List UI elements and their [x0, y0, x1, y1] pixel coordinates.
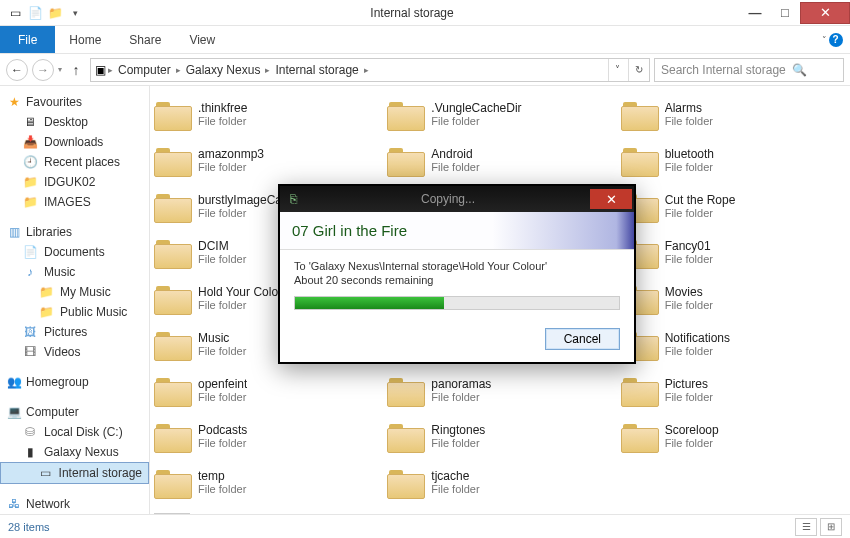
- crumb-internal[interactable]: Internal storage: [272, 63, 361, 77]
- ribbon-help[interactable]: ˅ ?: [814, 26, 850, 53]
- minimize-button[interactable]: —: [740, 2, 770, 24]
- refresh-button[interactable]: ↻: [628, 59, 649, 81]
- sidebar-item-internal[interactable]: ▭Internal storage: [0, 462, 149, 484]
- folder-item[interactable]: ScoreloopFile folder: [621, 416, 846, 456]
- folder-name: .thinkfree: [198, 101, 247, 115]
- sidebar-computer[interactable]: 💻Computer: [0, 402, 149, 422]
- tab-view[interactable]: View: [175, 26, 229, 53]
- sidebar-item-mymusic[interactable]: 📁My Music: [0, 282, 149, 302]
- folder-item[interactable]: NotificationsFile folder: [621, 324, 846, 364]
- sidebar-favourites[interactable]: ★Favourites: [0, 92, 149, 112]
- view-icons-button[interactable]: ⊞: [820, 518, 842, 536]
- crumb-computer[interactable]: Computer: [115, 63, 174, 77]
- file-icon: [154, 513, 190, 514]
- folder-subtype: File folder: [665, 161, 714, 173]
- nav-history-dropdown[interactable]: ▾: [58, 65, 62, 74]
- folder-item[interactable]: .thinkfreeFile folder: [154, 94, 379, 134]
- folder-name: Notifications: [665, 331, 730, 345]
- qat-properties-icon[interactable]: ▭: [6, 4, 24, 22]
- folder-name: Ringtones: [431, 423, 485, 437]
- tab-share[interactable]: Share: [115, 26, 175, 53]
- folder-item[interactable]: RingtonesFile folder: [387, 416, 612, 456]
- dialog-close-button[interactable]: ✕: [590, 189, 632, 209]
- folder-subtype: File folder: [431, 391, 491, 403]
- search-input[interactable]: Search Internal storage 🔍: [654, 58, 844, 82]
- computer-icon: 💻: [6, 404, 22, 420]
- folder-subtype: File folder: [198, 253, 246, 265]
- crumb-galaxy[interactable]: Galaxy Nexus: [183, 63, 264, 77]
- desktop-icon: 🖥: [22, 114, 38, 130]
- sidebar-network[interactable]: 🖧Network: [0, 494, 149, 514]
- folder-item[interactable]: bluetoothFile folder: [621, 140, 846, 180]
- folder-icon: [154, 99, 190, 129]
- maximize-button[interactable]: □: [770, 2, 800, 24]
- nav-back-button[interactable]: ←: [6, 59, 28, 81]
- sidebar-item-images[interactable]: 📁IMAGES: [0, 192, 149, 212]
- sidebar-item-desktop[interactable]: 🖥Desktop: [0, 112, 149, 132]
- folder-item[interactable]: amazonmp3File folder: [154, 140, 379, 180]
- folder-item[interactable]: panoramasFile folder: [387, 370, 612, 410]
- folder-item[interactable]: AlarmsFile folder: [621, 94, 846, 134]
- folder-item[interactable]: PicturesFile folder: [621, 370, 846, 410]
- view-details-button[interactable]: ☰: [795, 518, 817, 536]
- folder-name: openfeint: [198, 377, 247, 391]
- folder-item[interactable]: AndroidFile folder: [387, 140, 612, 180]
- folder-subtype: File folder: [198, 483, 246, 495]
- qat-newfolder-icon[interactable]: 📄: [26, 4, 44, 22]
- sidebar-item-documents[interactable]: 📄Documents: [0, 242, 149, 262]
- folder-subtype: File folder: [431, 115, 521, 127]
- folder-item[interactable]: openfeintFile folder: [154, 370, 379, 410]
- qat-dropdown-icon[interactable]: ▾: [66, 4, 84, 22]
- folder-item[interactable]: Cut the RopeFile folder: [621, 186, 846, 226]
- breadcrumb-dropdown[interactable]: ˅: [608, 59, 626, 81]
- folder-icon: [154, 329, 190, 359]
- help-icon[interactable]: ?: [829, 33, 843, 47]
- folder-name: bluetooth: [665, 147, 714, 161]
- nav-forward-button[interactable]: →: [32, 59, 54, 81]
- sidebar-item-recent[interactable]: 🕘Recent places: [0, 152, 149, 172]
- sidebar-libraries[interactable]: ▥Libraries: [0, 222, 149, 242]
- videos-icon: 🎞: [22, 344, 38, 360]
- dialog-titlebar[interactable]: ⎘ Copying... ✕: [280, 186, 634, 212]
- tab-home[interactable]: Home: [55, 26, 115, 53]
- folder-name: Fancy01: [665, 239, 713, 253]
- folder-subtype: File folder: [665, 437, 719, 449]
- folder-item[interactable]: .VungleCacheDirFile folder: [387, 94, 612, 134]
- statusbar: 28 items ☰ ⊞: [0, 514, 850, 538]
- sidebar-homegroup[interactable]: 👥Homegroup: [0, 372, 149, 392]
- copy-icon: ⎘: [280, 192, 306, 206]
- dialog-body: To 'Galaxy Nexus\Internal storage\Hold Y…: [280, 250, 634, 322]
- folder-name: Cut the Rope: [665, 193, 736, 207]
- navbar: ← → ▾ ↑ ▣ ▸ Computer ▸ Galaxy Nexus ▸ In…: [0, 54, 850, 86]
- tab-file[interactable]: File: [0, 26, 55, 53]
- folder-item[interactable]: PodcastsFile folder: [154, 416, 379, 456]
- folder-item[interactable]: tjcacheFile folder: [387, 462, 612, 502]
- breadcrumb[interactable]: ▣ ▸ Computer ▸ Galaxy Nexus ▸ Internal s…: [90, 58, 650, 82]
- folder-item[interactable]: Fancy01File folder: [621, 232, 846, 272]
- folder-icon: [621, 421, 657, 451]
- cancel-button[interactable]: Cancel: [545, 328, 620, 350]
- folder-name: Android: [431, 147, 479, 161]
- folder-item[interactable]: MoviesFile folder: [621, 278, 846, 318]
- dialog-title: Copying...: [306, 192, 590, 206]
- sidebar-item-downloads[interactable]: 📥Downloads: [0, 132, 149, 152]
- sidebar-item-pictures[interactable]: 🖼Pictures: [0, 322, 149, 342]
- sidebar-item-galaxy[interactable]: ▮Galaxy Nexus: [0, 442, 149, 462]
- file-item[interactable]: BUGSENSE File33 bytes: [154, 508, 379, 514]
- folder-subtype: File folder: [431, 437, 485, 449]
- folder-icon: [621, 375, 657, 405]
- pictures-icon: 🖼: [22, 324, 38, 340]
- window-close-button[interactable]: ✕: [800, 2, 850, 24]
- sidebar-item-videos[interactable]: 🎞Videos: [0, 342, 149, 362]
- folder-icon: [387, 467, 423, 497]
- libraries-icon: ▥: [6, 224, 22, 240]
- sidebar-item-publicmusic[interactable]: 📁Public Music: [0, 302, 149, 322]
- folder-name: panoramas: [431, 377, 491, 391]
- sidebar-item-music[interactable]: ♪Music: [0, 262, 149, 282]
- sidebar-item-localdisk[interactable]: ⛁Local Disk (C:): [0, 422, 149, 442]
- qat-folder-icon[interactable]: 📁: [46, 4, 64, 22]
- folder-item[interactable]: tempFile folder: [154, 462, 379, 502]
- nav-up-button[interactable]: ↑: [66, 60, 86, 80]
- sidebar-item-idguk02[interactable]: 📁IDGUK02: [0, 172, 149, 192]
- status-count: 28 items: [8, 521, 50, 533]
